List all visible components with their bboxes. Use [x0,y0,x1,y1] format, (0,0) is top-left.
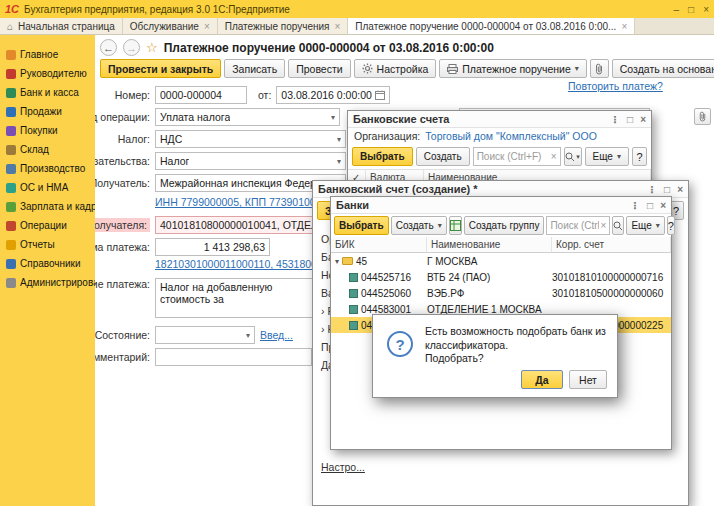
help-button[interactable]: ? [632,147,647,166]
yes-button[interactable]: Да [521,370,563,389]
bank-icon [349,321,358,330]
search-options-button[interactable] [612,216,624,235]
comment-field[interactable] [155,348,312,366]
date-field[interactable]: 03.08.2016 0:00:00 [276,86,390,104]
maximize-icon[interactable]: □ [664,184,670,195]
tab-payment-order-document[interactable]: Платежное поручение 0000-000004 от 03.08… [348,18,635,34]
form-toolbar: Провести и закрыть Записать Провести Нас… [100,59,714,78]
menu-icon[interactable]: ⋮ [610,114,620,125]
close-icon[interactable]: × [703,4,709,15]
sidebar-item-reports[interactable]: Отчеты [0,235,95,254]
tab-label: Платежное поручение 0000-000004 от 03.08… [355,21,616,32]
sidebar-item-operations[interactable]: Операции [0,216,95,235]
purchases-section-icon [6,126,16,136]
maximize-icon[interactable]: □ [627,114,633,125]
classifier-question-dialog: ? Есть возможность подобрать банк из кла… [372,314,618,398]
create-folder-button[interactable] [449,216,462,235]
post-button[interactable]: Провести [288,59,350,78]
search-options-button[interactable]: ▾ [564,147,582,166]
no-button[interactable]: Нет [569,370,607,389]
post-and-close-button[interactable]: Провести и закрыть [100,59,221,78]
obligation-field[interactable]: Налог▾ [155,152,346,170]
sidebar-item-sales[interactable]: Продажи [0,102,95,121]
bank-row[interactable]: 044525060 ВЭБ.РФ 30101810500000000060 [331,285,671,301]
printer-icon [447,64,458,74]
sidebar-item-production[interactable]: Производство [0,159,95,178]
sidebar-item-directories[interactable]: Справочники [0,254,95,273]
close-icon[interactable]: × [677,184,683,195]
more-button[interactable]: Еще▾ [626,216,664,235]
repeat-payment-link[interactable]: Повторить платеж? [568,80,663,92]
sidebar-item-salary-hr[interactable]: Зарплата и кадры [0,197,95,216]
sidebar-item-purchases[interactable]: Покупки [0,121,95,140]
close-icon[interactable]: × [204,21,210,32]
select-button[interactable]: Выбрать [334,216,389,235]
forward-icon[interactable]: → [123,39,140,56]
sidebar-item-warehouse[interactable]: Склад [0,140,95,159]
close-icon[interactable]: × [660,200,666,211]
help-button[interactable]: ? [667,216,675,235]
menu-icon[interactable]: ⋮ [647,184,657,195]
create-button[interactable]: Создать [416,147,470,166]
search-input[interactable] [477,151,549,162]
enter-document-link[interactable]: Введ... [260,329,293,341]
maximize-icon[interactable]: □ [647,200,653,211]
chevron-down-icon: ▾ [246,331,250,340]
page-title: Платежное поручение 0000-000004 от 03.08… [164,41,494,55]
favorite-star-icon[interactable]: ☆ [146,40,158,55]
create-based-on-button[interactable]: Создать на основании▾ [612,59,714,78]
purpose-field[interactable]: Налог на добавленную стоимость за [155,278,330,318]
menu-icon[interactable]: ⋮ [630,200,640,211]
sidebar-item-fixed-assets[interactable]: ОС и НМА [0,178,95,197]
create-group-button[interactable]: Создать группу [464,216,545,235]
clear-search-icon[interactable]: × [551,151,557,162]
more-button[interactable]: Еще▾ [585,147,629,166]
close-icon[interactable]: × [334,21,340,32]
manager-section-icon [6,69,16,79]
paperclip-icon [698,111,707,122]
operation-field[interactable]: Уплата налога▾ [155,108,340,126]
tab-label: Начальная страница [18,21,115,32]
select-button[interactable]: Выбрать [352,147,413,166]
number-field[interactable]: 0000-000004 [155,86,247,104]
bank-icon [349,289,358,298]
app-window: 1С Бухгалтерия предприятия, редакция 3.0… [0,0,714,506]
bank-group-row[interactable]: ▾45 Г МОСКВА [331,253,671,269]
name-column[interactable]: Наименование [427,237,552,253]
settings-button[interactable]: Настройка [354,59,437,78]
exchange-settings-link[interactable]: Настро... [321,461,365,473]
attachments-button[interactable] [590,59,609,78]
amount-field[interactable]: 1 413 298,63 [155,238,270,256]
banks-window-title: Банки ⋮ □ × [331,197,671,214]
tab-home[interactable]: ⌂ Начальная страница [0,18,123,34]
maximize-icon[interactable]: □ [688,4,694,15]
print-payment-order-button[interactable]: Платежное поручение▾ [439,59,586,78]
tab-payment-orders[interactable]: Платежные поручения × [218,18,349,34]
state-field[interactable]: ▾ [155,326,255,344]
side-attachments-button[interactable] [694,108,711,125]
organization-link[interactable]: Торговый дом "Комплексный" ООО [425,130,597,142]
clear-search-icon[interactable]: × [601,220,607,231]
corr-column[interactable]: Корр. счет [552,237,671,253]
close-icon[interactable]: × [621,21,627,32]
write-button[interactable]: Записать [224,59,285,78]
app-title: Бухгалтерия предприятия, редакция 3.0 1С… [24,4,290,15]
banks-list-header: БИК Наименование Корр. счет [331,237,671,253]
minimize-icon[interactable]: – [674,4,680,15]
dialog-buttons: Да Нет [521,370,607,389]
tax-field[interactable]: НДС▾ [155,130,346,148]
back-icon[interactable]: ← [100,39,117,56]
fixed-assets-section-icon [6,183,16,193]
bik-column[interactable]: БИК [331,237,427,253]
sidebar-item-manager[interactable]: Руководителю [0,64,95,83]
close-icon[interactable]: × [640,114,646,125]
bank-row[interactable]: 044525716 ВТБ 24 (ПАО) 30101810100000000… [331,269,671,285]
gear-icon [362,63,373,74]
sidebar-item-bank-cash[interactable]: Банк и касса [0,83,95,102]
tab-service[interactable]: Обслуживание × [123,18,218,34]
sidebar-item-main[interactable]: Главное [0,45,95,64]
search-input[interactable] [550,220,598,231]
expander-icon[interactable]: ▾ [335,257,339,266]
sidebar-item-administration[interactable]: Администрирование [0,273,95,292]
create-button[interactable]: Создать▾ [391,216,447,235]
